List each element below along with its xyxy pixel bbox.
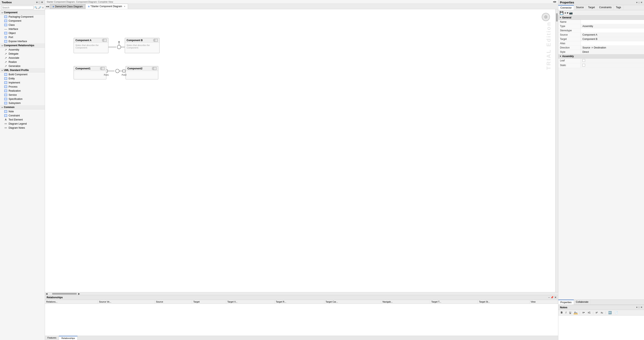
toolbox-item-class[interactable]: Class — [0, 23, 45, 27]
toolbox-item-diagram-legend[interactable]: Diagram Legend — [0, 122, 45, 126]
toolbox-item-note[interactable]: Note — [0, 110, 45, 114]
toolbox-item-associate[interactable]: ↗ Associate — [0, 56, 45, 60]
component2-box[interactable]: Component2 — [126, 66, 158, 79]
prop-section-general[interactable]: General — [558, 16, 644, 20]
tab-features[interactable]: Features — [45, 336, 59, 340]
tab-nav-left[interactable]: ◀◀ — [46, 5, 49, 8]
settings-gear-icon[interactable]: ⚙ — [542, 13, 550, 21]
hscroll-left-arrow[interactable]: ◀ — [45, 292, 48, 295]
component-b-box[interactable]: Component B Notes that describe the Comp… — [125, 38, 160, 53]
toolbox-item-realize[interactable]: ↗ Realize — [0, 60, 45, 64]
toolbox-list: Component Packaging Component Component … — [0, 10, 45, 340]
toolbox-item-subsystem[interactable]: Subsystem — [0, 101, 45, 105]
toolbox-item-realization[interactable]: Realization — [0, 89, 45, 93]
notes-pin-icon[interactable]: ▾ — [636, 306, 638, 309]
search-advanced-icon[interactable]: 🔎 — [38, 6, 41, 9]
prop-tab-connector[interactable]: Connector — [558, 5, 574, 10]
notes-italic-button[interactable]: I — [564, 311, 568, 314]
toolbox-item-constraint[interactable]: Constraint — [0, 114, 45, 118]
toolbox-item-assembly[interactable]: ↗ Assembly — [0, 48, 45, 52]
search-input[interactable] — [1, 6, 34, 10]
prop-pin2-icon[interactable]: 📷 — [569, 11, 573, 14]
notes-float-icon[interactable]: □ — [638, 306, 640, 309]
prop-bottom-tab-collaborate[interactable]: Collaborate — [574, 300, 590, 304]
toolbox-item-diagram-notes[interactable]: Diagram Notes — [0, 126, 45, 130]
relationships-min-icon[interactable]: – — [548, 296, 550, 299]
notes-spellcheck-button[interactable]: 🔤 — [607, 310, 613, 315]
toolbox-item-specification[interactable]: Specification — [0, 97, 45, 101]
canvas[interactable]: TRIAL Edition ⚙ Component A — [45, 9, 558, 292]
notes-bold-button[interactable]: B — [560, 311, 564, 314]
toolbox-item-entity[interactable]: Entity — [0, 76, 45, 80]
tab-demouml[interactable]: ◈ DemoUml Class Diagram — [50, 4, 85, 9]
toolbox-item-text-element[interactable]: A Text Element — [0, 118, 45, 122]
prop-tab-constraints[interactable]: Constraints — [597, 5, 614, 10]
prop-stereotype-value[interactable] — [581, 28, 644, 32]
component1-body — [74, 71, 106, 79]
hscroll-right-arrow[interactable]: ▶ — [78, 292, 80, 295]
prop-menu-icon[interactable]: ≡ ▾ — [564, 11, 568, 14]
notes-bullet-button[interactable]: ≡• — [581, 311, 586, 314]
search-menu-icon[interactable]: ≡ — [42, 6, 44, 9]
toolbox-item-service[interactable]: Service — [0, 93, 45, 97]
toolbox-close-icon[interactable]: ✕ — [41, 1, 43, 4]
toolbox-item-process[interactable]: Process — [0, 85, 45, 89]
relationships-table: Relations... Source Ve... Source Target … — [45, 300, 558, 336]
toolbox-item-packaging-component[interactable]: Packaging Component — [0, 15, 45, 19]
component2-title: Component2 — [128, 67, 142, 70]
prop-tab-target[interactable]: Target — [586, 5, 597, 10]
properties-close-icon[interactable]: ✕ — [640, 1, 642, 4]
component1-box[interactable]: Component1 — [74, 66, 106, 79]
canvas-hscroll[interactable]: ◀ ▶ — [45, 292, 558, 295]
toolbox-item-generalize[interactable]: ↗ Generalize — [0, 64, 45, 68]
properties-pin-icon[interactable]: ▾ — [636, 1, 638, 4]
properties-float-icon[interactable]: □ — [638, 1, 640, 4]
prop-leaf-value[interactable] — [581, 58, 644, 63]
canvas-vscroll-thumb[interactable] — [556, 13, 558, 22]
breadcrumb-back-icon[interactable]: ◀ — [553, 0, 554, 3]
prop-bottom-tab-properties[interactable]: Properties — [558, 300, 574, 304]
toolbox-item-delegate[interactable]: ↗ Delegate — [0, 52, 45, 56]
toolbox-item-interface[interactable]: — Interface — [0, 27, 45, 31]
tab-starter-icon: ⊞ — [88, 5, 90, 8]
notes-content[interactable] — [558, 316, 644, 340]
prop-section-assembly[interactable]: Assembly — [558, 54, 644, 58]
toolbox-pin-icon[interactable]: ▾ — [36, 1, 38, 4]
notes-underline-button[interactable]: U — [568, 311, 572, 314]
section-component-relationships[interactable]: Component Relationships — [0, 43, 45, 48]
notes-insert-button[interactable]: 📄 — [614, 311, 619, 314]
toolbox-item-object[interactable]: Object — [0, 31, 45, 35]
prop-tab-tags[interactable]: Tags — [614, 5, 623, 10]
relationships-pin-icon[interactable]: 📌 — [550, 296, 554, 299]
tab-relationships[interactable]: Relationships — [59, 336, 78, 340]
section-uml-standard[interactable]: UML Standard Profile — [0, 68, 45, 72]
toolbox-item-build-component[interactable]: Build Component — [0, 72, 45, 76]
section-common[interactable]: Common — [0, 105, 45, 110]
toolbox-float-icon[interactable]: □ — [38, 1, 40, 4]
prop-static-checkbox[interactable] — [582, 64, 585, 66]
prop-alias-value[interactable] — [581, 41, 644, 46]
notes-superscript-button[interactable]: x² — [594, 311, 599, 314]
notes-color-button[interactable]: A ▾ — [573, 311, 578, 314]
canvas-hscroll-thumb[interactable] — [52, 293, 77, 294]
relationships-close-icon[interactable]: ✕ — [554, 296, 556, 299]
notes-subscript-button[interactable]: x₂ — [600, 311, 604, 314]
notes-numbered-button[interactable]: ≡1 — [586, 311, 592, 314]
toolbox-item-expose-interface[interactable]: Expose Interface — [0, 39, 45, 43]
tab-starter-close[interactable]: ✕ — [124, 5, 125, 8]
canvas-vscroll[interactable] — [555, 9, 558, 292]
section-component[interactable]: Component — [0, 10, 45, 15]
component-a-box[interactable]: Component A Notes that describe the Comp… — [74, 38, 108, 53]
prop-name-value[interactable] — [581, 20, 644, 24]
prop-save-icon[interactable]: 💾 — [560, 11, 564, 15]
toolbox-item-component[interactable]: Component — [0, 19, 45, 23]
notes-close-icon[interactable]: ✕ — [640, 306, 642, 309]
prop-tab-source[interactable]: Source — [574, 5, 586, 10]
search-icon[interactable]: 🔍 — [34, 6, 38, 9]
prop-static-value[interactable] — [581, 63, 644, 68]
tab-starter[interactable]: ⊞ *Starter Component Diagram ✕ — [85, 4, 128, 9]
toolbox-item-port[interactable]: Port — [0, 35, 45, 39]
toolbox-item-implement[interactable]: Implement — [0, 80, 45, 85]
breadcrumb-forward-icon[interactable]: ▶ — [555, 0, 556, 3]
prop-leaf-checkbox[interactable] — [582, 59, 585, 62]
